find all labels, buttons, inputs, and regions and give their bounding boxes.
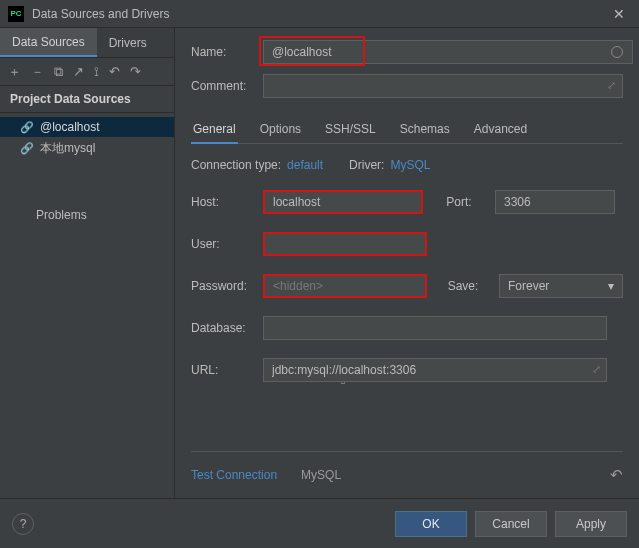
test-connection-link[interactable]: Test Connection — [191, 468, 277, 482]
remove-icon[interactable]: － — [31, 63, 44, 81]
app-icon: PC — [8, 6, 24, 22]
comment-label: Comment: — [191, 79, 263, 93]
database-icon: 🔗 — [20, 121, 34, 134]
tree-item-local-mysql[interactable]: 🔗 本地mysql — [0, 137, 174, 160]
help-icon[interactable]: ? — [12, 513, 34, 535]
password-label: Password: — [191, 279, 263, 293]
toolbar: ＋ － ⧉ ↗ ⟟ ↶ ↷ — [0, 58, 174, 86]
driver-link[interactable]: MySQL — [390, 158, 430, 172]
copy-icon[interactable]: ⧉ — [54, 64, 63, 80]
url-input[interactable] — [263, 358, 607, 382]
cancel-button[interactable]: Cancel — [475, 511, 547, 537]
driver-label: Driver: — [349, 158, 384, 172]
chevron-down-icon: ▾ — [608, 279, 614, 293]
subtab-schemas[interactable]: Schemas — [398, 116, 452, 143]
ok-button[interactable]: OK — [395, 511, 467, 537]
left-tabs: Data Sources Drivers — [0, 28, 174, 58]
problems-link[interactable]: Problems — [0, 164, 174, 222]
section-header: Project Data Sources — [0, 86, 174, 113]
port-input[interactable] — [495, 190, 615, 214]
user-input[interactable] — [263, 232, 427, 256]
subtab-general[interactable]: General — [191, 116, 238, 144]
user-label: User: — [191, 237, 263, 251]
url-label: URL: — [191, 363, 263, 377]
name-input[interactable] — [263, 40, 633, 64]
bottom-links: Test Connection MySQL ↶ — [191, 451, 623, 498]
conn-type-link[interactable]: default — [287, 158, 323, 172]
name-label: Name: — [191, 45, 263, 59]
make-global-icon[interactable]: ⟟ — [94, 64, 99, 80]
subtabs: General Options SSH/SSL Schemas Advanced — [191, 116, 623, 144]
tree-item-localhost[interactable]: 🔗 @localhost — [0, 117, 174, 137]
left-panel: Data Sources Drivers ＋ － ⧉ ↗ ⟟ ↶ ↷ Proje… — [0, 28, 175, 498]
subtab-sshssl[interactable]: SSH/SSL — [323, 116, 378, 143]
datasource-tree: 🔗 @localhost 🔗 本地mysql — [0, 113, 174, 164]
goto-icon[interactable]: ↗ — [73, 64, 84, 79]
close-icon[interactable]: ✕ — [607, 6, 631, 22]
titlebar: PC Data Sources and Drivers ✕ — [0, 0, 639, 28]
window-title: Data Sources and Drivers — [32, 7, 607, 21]
password-input[interactable] — [263, 274, 427, 298]
tab-drivers[interactable]: Drivers — [97, 28, 159, 57]
tree-item-label: 本地mysql — [40, 140, 95, 157]
driver-name: MySQL — [301, 468, 341, 482]
database-input[interactable] — [263, 316, 607, 340]
apply-button[interactable]: Apply — [555, 511, 627, 537]
expand-icon[interactable]: ⤢ — [607, 79, 616, 92]
host-input[interactable] — [263, 190, 423, 214]
color-ring-icon[interactable] — [611, 46, 623, 58]
revert-icon[interactable]: ↶ — [610, 466, 623, 484]
save-label: Save: — [427, 279, 499, 293]
tab-data-sources[interactable]: Data Sources — [0, 28, 97, 57]
save-select[interactable]: Forever ▾ — [499, 274, 623, 298]
subtab-options[interactable]: Options — [258, 116, 303, 143]
host-label: Host: — [191, 195, 263, 209]
save-value: Forever — [508, 279, 549, 293]
comment-input[interactable]: ⤢ — [263, 74, 623, 98]
connection-info: Connection type: default Driver: MySQL — [191, 158, 623, 172]
port-label: Port: — [423, 195, 495, 209]
redo-icon[interactable]: ↷ — [130, 64, 141, 79]
tree-item-label: @localhost — [40, 120, 100, 134]
right-panel: Name: Comment: ⤢ General Options SSH/SSL… — [175, 28, 639, 498]
add-icon[interactable]: ＋ — [8, 63, 21, 81]
conn-type-label: Connection type: — [191, 158, 281, 172]
undo-icon[interactable]: ↶ — [109, 64, 120, 79]
dialog-buttons: ? OK Cancel Apply — [0, 498, 639, 548]
database-icon: 🔗 — [20, 142, 34, 155]
database-label: Database: — [191, 321, 263, 335]
expand-icon[interactable]: ⤢ — [592, 363, 601, 376]
subtab-advanced[interactable]: Advanced — [472, 116, 529, 143]
